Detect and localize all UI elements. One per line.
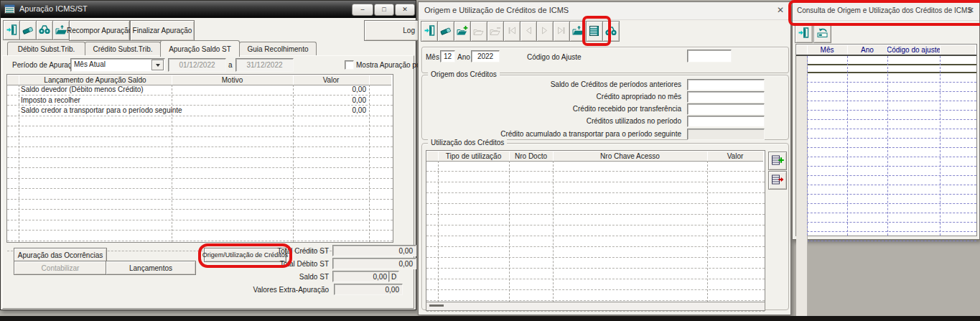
log-button[interactable]: Log <box>364 20 420 41</box>
empty-row <box>796 111 976 120</box>
saldo-st-dc-flag: D <box>388 271 399 282</box>
exit-button[interactable] <box>421 21 438 42</box>
exit-button[interactable] <box>3 20 20 40</box>
total-debito-st-field: 0,00 <box>332 258 416 269</box>
empty-row <box>796 232 976 241</box>
minimize-button[interactable]: – <box>352 4 373 16</box>
add-row-icon <box>771 154 784 167</box>
apuracao-ocorrencias-button[interactable]: Apuração das Ocorrências <box>14 248 107 262</box>
search-button[interactable] <box>36 20 53 40</box>
empty-row <box>426 247 765 258</box>
tab-guia-recolhimento[interactable]: Guia Recolhimento <box>239 42 317 56</box>
ano-field[interactable]: 2022 <box>471 50 500 62</box>
grid-rows: Saldo devedor (Débito menos Crédito) 0,0… <box>7 85 393 251</box>
selected-row[interactable] <box>796 64 976 73</box>
close-button[interactable]: ✕ <box>395 4 415 16</box>
table-row[interactable]: Saldo devedor (Débito menos Crédito) 0,0… <box>7 85 393 96</box>
credito-recebido-input[interactable] <box>687 103 765 115</box>
app-icon <box>4 4 15 15</box>
clear-button[interactable] <box>19 20 37 40</box>
table-row[interactable]: Imposto a recolher 0,00 <box>7 96 393 106</box>
row-first[interactable] <box>796 56 976 64</box>
empty-row <box>426 269 765 279</box>
empty-row <box>7 189 393 200</box>
grid-header-tipo: Tipo de utilização <box>438 151 510 162</box>
close-icon[interactable]: ✕ <box>968 6 974 15</box>
origem-creditos-group-title: Origem dos Créditos <box>428 70 500 78</box>
print-export-icon <box>571 25 584 37</box>
period-label: Período de Apuração <box>12 61 80 69</box>
credito-apropriado-input[interactable] <box>687 91 765 103</box>
total-credito-st-field: 0,00 <box>332 245 416 256</box>
grid-rows <box>426 161 765 312</box>
dropdown-button[interactable] <box>151 60 164 70</box>
finalizar-apuracao-button[interactable]: Finalizar Apuração <box>130 20 195 41</box>
creditos-utilizados-label: Créditos utilizados no período <box>424 117 681 125</box>
ano-label: Ano <box>457 53 470 61</box>
codigo-ajuste-input[interactable] <box>687 50 732 62</box>
tab-debito-subst[interactable]: Débito Subst.Trib. <box>7 42 85 56</box>
window-title: Apuração ICMS/ST <box>19 4 88 13</box>
horizontal-scrollbar[interactable] <box>426 302 765 311</box>
grid-header-nro-docto: Nro Docto <box>509 151 554 162</box>
apuracao-grid: Lançamento de Apuração Saldo Motivo Valo… <box>6 74 393 243</box>
nav-next-button <box>536 21 554 42</box>
uf-checkbox[interactable] <box>345 60 354 70</box>
empty-row <box>796 148 976 157</box>
credito-acumulado-field <box>687 129 765 140</box>
binoculars-icon <box>605 26 617 37</box>
utilizacao-grid: Tipo de utilização Nro Docto Nro Chave A… <box>426 150 765 303</box>
recompor-apuracao-button[interactable]: Recompor Apuração <box>69 20 130 41</box>
row-selector-column <box>796 56 808 321</box>
contabilizar-button: Contabilizar <box>14 261 107 275</box>
empty-row <box>796 204 976 213</box>
mes-field[interactable]: 12 <box>440 50 455 62</box>
close-icon[interactable]: ✕ <box>777 5 784 15</box>
empty-row <box>7 126 393 137</box>
empty-row <box>7 116 393 127</box>
valores-extra-field: 0,00 <box>334 284 403 295</box>
nav-first-button <box>503 21 521 42</box>
grid-header-ano: Ano <box>847 45 888 55</box>
period-separator: a <box>228 61 233 69</box>
clear-button[interactable] <box>437 21 454 42</box>
add-record-button[interactable] <box>454 21 471 42</box>
creditos-utilizados-input[interactable] <box>687 116 765 127</box>
exit-door-icon <box>6 24 18 37</box>
table-row[interactable]: Saldo credor a transportar para o períod… <box>7 106 393 116</box>
tab-credito-subst[interactable]: Crédito Subst.Trib. <box>85 42 161 56</box>
add-row-button[interactable] <box>768 152 787 170</box>
consulta-grid: Mês Ano Código do ajuste <box>795 44 977 236</box>
nav-prev-icon <box>525 27 532 36</box>
window-apuracao: Apuração ICMS/ST – □ ✕ Recompor Apuração… <box>0 0 416 310</box>
consulta-grid-button[interactable] <box>586 21 603 42</box>
scrollbar-thumb[interactable] <box>429 304 444 307</box>
saldo-periodos-anteriores-input[interactable] <box>687 79 765 90</box>
print-button[interactable] <box>569 21 587 42</box>
empty-row <box>7 137 393 148</box>
nav-first-icon <box>508 27 516 36</box>
delete-record-button <box>487 21 504 42</box>
nav-last-icon <box>557 27 566 36</box>
nav-prev-button <box>520 21 537 42</box>
tab-apuracao-saldo-st[interactable]: Apuração Saldo ST <box>160 40 240 57</box>
empty-row <box>7 168 393 179</box>
credito-acumulado-label: Crédito acumulado a transportar para o p… <box>424 130 681 138</box>
exit-button[interactable] <box>795 23 813 43</box>
lancamentos-button[interactable]: Lançamentos <box>106 261 196 275</box>
empty-row <box>426 279 765 290</box>
exit-door-icon <box>798 27 810 39</box>
edit-record-icon-disabled <box>472 25 485 37</box>
maximize-button[interactable]: □ <box>374 4 394 16</box>
empty-row <box>796 101 976 111</box>
delete-row-button[interactable] <box>768 171 787 190</box>
bottom-strip <box>0 316 980 321</box>
empty-row <box>426 236 765 247</box>
search-button[interactable] <box>602 21 620 42</box>
grid-header-chave: Nro Chave Acesso <box>553 151 708 162</box>
load-record-button[interactable] <box>813 23 831 43</box>
empty-row <box>7 147 393 158</box>
minimize-icon: – <box>360 6 364 13</box>
empty-row <box>796 83 976 92</box>
period-select[interactable]: Mês Atual <box>70 58 165 72</box>
